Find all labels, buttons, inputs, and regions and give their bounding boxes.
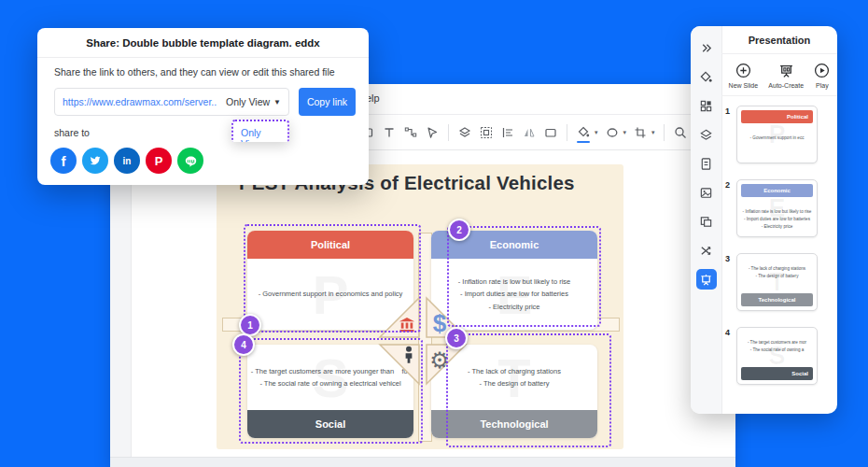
selection-political[interactable]: [244, 224, 421, 333]
line-icon[interactable]: [177, 148, 203, 174]
slide-2-header: Economic: [741, 184, 813, 197]
easel-icon: [778, 63, 794, 78]
slide-3-header: Technological: [741, 293, 813, 306]
selection-economic[interactable]: [447, 226, 601, 327]
slide-1-text: - Government support in ecc: [739, 134, 815, 142]
fill-color-caret[interactable]: ▾: [595, 129, 598, 136]
slide-row-3: 3 T - The lack of charging stations - Th…: [725, 253, 832, 311]
group-icon[interactable]: [479, 125, 494, 140]
shape-outline-caret[interactable]: ▾: [623, 129, 627, 136]
play-label: Play: [816, 82, 829, 89]
panel-title: Presentation: [721, 26, 837, 54]
panel-actions: New Slide Auto-Create Play: [721, 54, 837, 96]
pinterest-icon[interactable]: P: [146, 148, 172, 174]
shape-outline-icon[interactable]: [605, 125, 620, 140]
permission-dropdown[interactable]: Only View ▼: [220, 96, 281, 107]
slide-2-text: - Electricity price: [739, 223, 815, 231]
auto-create-label: Auto-Create: [768, 82, 804, 89]
order-badge-4[interactable]: 4: [232, 333, 255, 356]
share-dialog-description: Share the link to others, and they can v…: [54, 66, 335, 78]
slide-row-1: 1 Political P - Government support in ec…: [725, 106, 832, 163]
twitter-icon[interactable]: [82, 148, 108, 174]
play-button[interactable]: Play: [814, 63, 830, 89]
toolbar-separator: [567, 124, 567, 141]
slide-thumbnail-3[interactable]: T - The lack of charging stations - The …: [736, 253, 818, 311]
new-slide-button[interactable]: New Slide: [729, 63, 759, 89]
desktop-background: elp ▾ ▾ ▾ P: [0, 0, 868, 467]
facebook-icon[interactable]: f: [50, 148, 77, 174]
align-icon[interactable]: [500, 125, 515, 140]
crop-caret[interactable]: ▾: [651, 129, 655, 136]
new-slide-label: New Slide: [729, 82, 759, 89]
linkedin-icon[interactable]: in: [114, 148, 140, 174]
share-to-label: share to: [54, 127, 90, 138]
share-dialog-title: Share: Double bubble template diagram. e…: [37, 28, 369, 58]
search-icon[interactable]: [673, 125, 688, 140]
slide-row-4: 4 S - The target customers are mor - The…: [725, 327, 832, 385]
slide-number: 2: [725, 179, 733, 237]
presentation-panel: Presentation New Slide Auto-Create Play …: [691, 26, 837, 414]
slide-row-2: 2 Economic E - Inflation rate is low but…: [725, 179, 832, 237]
share-dialog: Share: Double bubble template diagram. e…: [37, 28, 369, 185]
slide-3-text: - The lack of charging stations: [739, 265, 815, 273]
slide-4-text: - The social rate of owning a: [739, 347, 815, 354]
slide-number: 1: [725, 106, 733, 163]
flip-icon[interactable]: [522, 125, 537, 140]
slide-3-text: - The design of battery: [739, 273, 815, 280]
chevron-down-icon: ▼: [273, 98, 281, 106]
permission-selected-label: Only View: [226, 96, 270, 107]
order-badge-3[interactable]: 3: [445, 327, 468, 349]
share-link-value[interactable]: https://www.edrawmax.com/server..: [63, 96, 220, 107]
dollar-icon: $: [433, 309, 447, 337]
selection-social[interactable]: [239, 338, 423, 444]
share-link-field[interactable]: https://www.edrawmax.com/server.. Only V…: [54, 88, 289, 116]
selection-technological[interactable]: [446, 333, 611, 447]
lasso-icon[interactable]: [425, 125, 440, 140]
frame-icon[interactable]: [543, 125, 558, 140]
slide-list: 1 Political P - Government support in ec…: [721, 96, 837, 414]
auto-create-button[interactable]: Auto-Create: [768, 63, 804, 89]
fill-bucket-icon[interactable]: [696, 66, 717, 87]
connector-icon[interactable]: [403, 125, 418, 140]
shuffle-icon[interactable]: [696, 240, 717, 261]
crop-icon[interactable]: [633, 125, 648, 140]
workspace: PEST Analysis of Electrical Vehicles Pol…: [110, 150, 735, 457]
toolbar-separator: [664, 124, 665, 141]
toolbar-separator: [448, 124, 449, 141]
left-collapsed-panel: [110, 150, 132, 457]
slide-thumbnail-2[interactable]: Economic E - Inflation rate is low but l…: [736, 179, 818, 237]
text-icon[interactable]: [382, 125, 397, 140]
slide-2-text: - Import duties are low for batteries: [739, 216, 815, 223]
plus-circle-icon: [735, 63, 751, 78]
slide-number: 3: [725, 253, 733, 311]
image-gallery-icon[interactable]: [696, 211, 717, 232]
slide-4-text: - The target customers are mor: [739, 339, 815, 347]
social-icons-row: f in P: [50, 148, 203, 174]
layers-icon[interactable]: [457, 125, 472, 140]
status-bar: [110, 457, 735, 467]
diagram-canvas[interactable]: PEST Analysis of Electrical Vehicles Pol…: [217, 164, 623, 449]
slide-2-text: - Inflation rate is low but likely to ri…: [739, 208, 815, 216]
right-icon-rail: [691, 26, 722, 414]
permission-option-only-view[interactable]: Only View: [231, 120, 289, 142]
copy-link-button[interactable]: Copy link: [299, 88, 356, 116]
order-badge-2[interactable]: 2: [448, 219, 470, 241]
fill-color-icon[interactable]: [576, 125, 591, 140]
presentation-icon[interactable]: [696, 269, 717, 290]
component-grid-icon[interactable]: [696, 95, 717, 116]
slide-thumbnail-1[interactable]: Political P - Government support in ecc: [736, 106, 818, 163]
collapse-chevrons-icon[interactable]: [696, 37, 717, 58]
play-circle-icon: [814, 63, 830, 78]
slide-number: 4: [725, 327, 733, 385]
note-icon[interactable]: [696, 153, 717, 174]
permission-menu: Only View Can Edit: [231, 120, 289, 142]
slide-1-header: Political: [741, 110, 813, 123]
layers-panel-icon[interactable]: [696, 124, 717, 145]
image-icon[interactable]: [696, 182, 717, 203]
slide-4-header: Social: [741, 367, 813, 380]
slide-thumbnail-4[interactable]: S - The target customers are mor - The s…: [736, 327, 818, 385]
